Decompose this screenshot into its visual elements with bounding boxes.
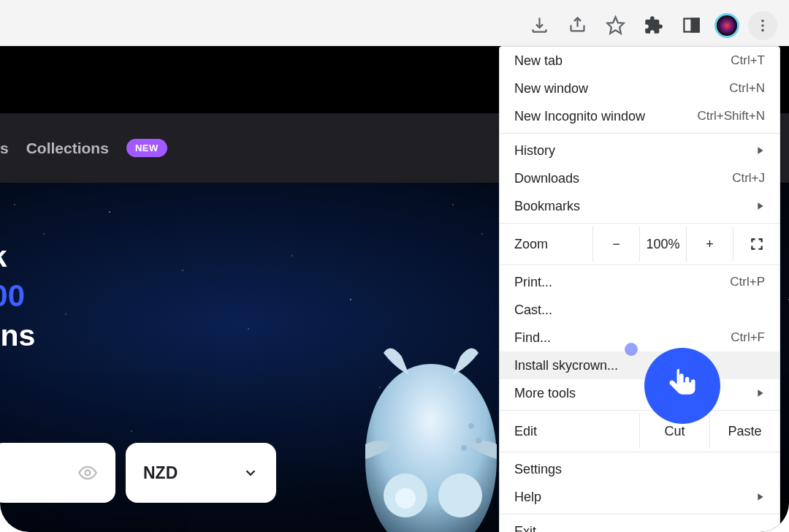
menu-bookmarks[interactable]: Bookmarks xyxy=(500,192,780,220)
menu-separator xyxy=(500,514,780,514)
menu-zoom: Zoom − 100% + xyxy=(500,227,780,262)
menu-new-tab[interactable]: New tab Ctrl+T xyxy=(500,47,780,75)
svg-point-5 xyxy=(761,28,764,31)
browser-toolbar xyxy=(0,0,789,46)
menu-shortcut: Ctrl+P xyxy=(730,275,765,289)
form-row: NZD xyxy=(0,443,276,503)
menu-label: Help xyxy=(514,490,756,505)
menu-separator xyxy=(500,452,780,452)
menu-label: New tab xyxy=(514,53,731,69)
menu-more-tools[interactable]: More tools xyxy=(500,379,780,407)
svg-point-9 xyxy=(438,474,482,517)
star-icon[interactable] xyxy=(601,11,630,40)
hand-pointer-icon xyxy=(662,365,703,406)
extensions-icon[interactable] xyxy=(639,11,668,40)
hero-text: ck 000 pins xyxy=(0,238,35,355)
menu-label: Bookmarks xyxy=(514,199,756,214)
menu-label: Exit xyxy=(514,524,765,533)
chevron-right-icon xyxy=(756,143,765,159)
menu-separator xyxy=(500,223,780,224)
menu-find[interactable]: Find... Ctrl+F xyxy=(500,324,780,352)
share-icon[interactable] xyxy=(563,11,592,40)
menu-exit[interactable]: Exit xyxy=(500,517,780,532)
download-icon[interactable] xyxy=(525,11,554,40)
menu-label: History xyxy=(514,143,756,159)
menu-label: Install skycrown... xyxy=(514,358,765,373)
currency-value: NZD xyxy=(143,463,178,483)
menu-print[interactable]: Print... Ctrl+P xyxy=(500,268,780,296)
menu-label: Cast... xyxy=(514,303,765,318)
chevron-right-icon xyxy=(756,386,765,401)
hero-amount: 000 xyxy=(0,276,35,316)
menu-help[interactable]: Help xyxy=(500,483,780,511)
svg-rect-2 xyxy=(691,19,698,32)
svg-marker-16 xyxy=(758,493,763,501)
password-toggle[interactable] xyxy=(0,443,115,503)
svg-point-6 xyxy=(85,471,91,476)
nav-item-partial[interactable]: s xyxy=(0,140,9,157)
edit-paste-button[interactable]: Paste xyxy=(709,414,780,449)
menu-label: Downloads xyxy=(514,171,732,186)
profile-avatar[interactable] xyxy=(714,13,739,38)
click-indicator-dot xyxy=(625,343,638,356)
hero-line-3: pins xyxy=(0,316,35,355)
nav-item-collections[interactable]: Collections xyxy=(26,140,109,157)
zoom-out-button[interactable]: − xyxy=(592,227,639,262)
browser-menu: New tab Ctrl+T New window Ctrl+N New Inc… xyxy=(499,46,780,532)
chevron-right-icon xyxy=(756,490,765,505)
eye-icon xyxy=(77,463,98,483)
side-panel-icon[interactable] xyxy=(676,11,706,40)
menu-shortcut: Ctrl+F xyxy=(731,330,765,345)
menu-label: New window xyxy=(514,81,729,96)
menu-separator xyxy=(500,410,780,411)
svg-point-8 xyxy=(395,488,416,509)
menu-shortcut: Ctrl+T xyxy=(731,53,765,68)
hero-line-1: ck xyxy=(0,238,35,276)
currency-select[interactable]: NZD xyxy=(126,443,276,503)
more-menu-button[interactable] xyxy=(748,11,777,40)
fullscreen-button[interactable] xyxy=(733,227,780,262)
svg-point-11 xyxy=(476,438,481,444)
menu-new-window[interactable]: New window Ctrl+N xyxy=(500,75,780,102)
menu-label: New Incognito window xyxy=(514,109,697,124)
menu-label: Print... xyxy=(514,275,730,290)
chevron-down-icon xyxy=(243,465,259,481)
menu-edit: Edit Cut Paste xyxy=(500,414,780,449)
svg-point-10 xyxy=(468,423,474,429)
svg-marker-0 xyxy=(607,17,624,34)
svg-marker-14 xyxy=(758,202,763,210)
menu-new-incognito[interactable]: New Incognito window Ctrl+Shift+N xyxy=(500,102,780,130)
svg-point-4 xyxy=(761,24,764,27)
new-badge: NEW xyxy=(126,139,167,157)
menu-history[interactable]: History xyxy=(500,137,780,164)
fullscreen-icon xyxy=(750,237,764,251)
menu-install-app[interactable]: Install skycrown... xyxy=(500,352,780,379)
zoom-in-button[interactable]: + xyxy=(686,227,733,262)
svg-marker-13 xyxy=(758,147,763,154)
zoom-value: 100% xyxy=(639,227,686,262)
menu-separator xyxy=(500,133,780,134)
menu-shortcut: Ctrl+Shift+N xyxy=(697,109,765,123)
hand-cursor-indicator xyxy=(644,348,720,424)
menu-settings[interactable]: Settings xyxy=(500,455,780,483)
edit-label: Edit xyxy=(514,414,639,449)
chevron-right-icon xyxy=(756,199,765,214)
zoom-label: Zoom xyxy=(514,227,592,262)
browser-window: s Collections NEW ck 000 pins NZD xyxy=(0,0,789,532)
menu-downloads[interactable]: Downloads Ctrl+J xyxy=(500,164,780,192)
menu-label: Find... xyxy=(514,330,731,346)
svg-marker-15 xyxy=(758,390,763,397)
menu-shortcut: Ctrl+N xyxy=(729,81,765,96)
svg-point-12 xyxy=(461,445,467,451)
svg-point-3 xyxy=(761,19,764,22)
menu-label: Settings xyxy=(514,462,765,477)
menu-separator xyxy=(500,265,780,265)
menu-shortcut: Ctrl+J xyxy=(732,171,765,186)
menu-cast[interactable]: Cast... xyxy=(500,296,780,324)
